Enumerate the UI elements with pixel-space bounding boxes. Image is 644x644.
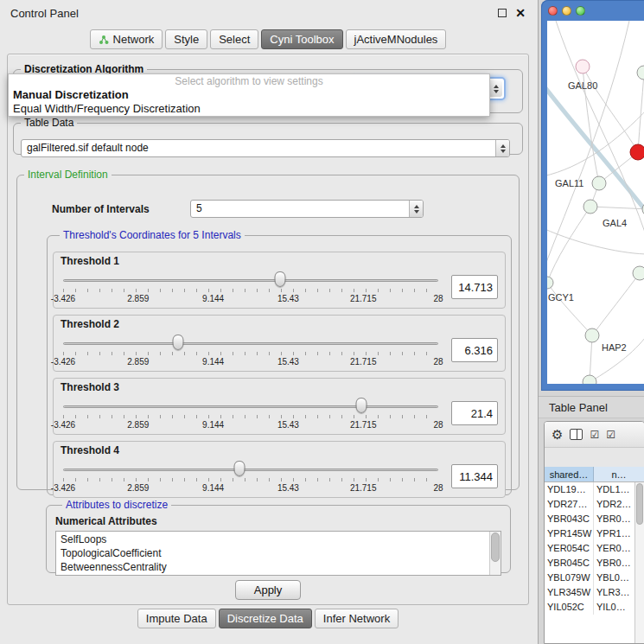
table-row[interactable]: YBR045CYBR0… <box>545 556 644 571</box>
control-panel-titlebar[interactable]: Control Panel ✕ <box>0 0 536 26</box>
network-node[interactable] <box>583 375 596 384</box>
cell-shared-name[interactable]: YIL052C <box>545 600 594 615</box>
threshold-1-slider[interactable]: -3.426 2.859 9.144 15.43 21.715 28 <box>61 269 441 307</box>
tab-infer-network[interactable]: Infer Network <box>315 609 399 628</box>
threshold-3-slider[interactable]: -3.426 2.859 9.144 15.43 21.715 28 <box>61 395 441 433</box>
threshold-4-slider-track[interactable] <box>63 469 438 471</box>
cell-shared-name[interactable]: YER054C <box>545 541 594 556</box>
threshold-1-slider-track[interactable] <box>63 279 438 282</box>
select-columns-checkbox-icon[interactable]: ☑ <box>606 430 615 440</box>
threshold-2-value-input[interactable] <box>451 338 498 362</box>
column-header-shared-name[interactable]: shared… <box>545 467 594 481</box>
tab-cyni-toolbox[interactable]: Cyni Toolbox <box>261 29 342 49</box>
threshold-2-slider[interactable]: -3.426 2.859 9.144 15.43 21.715 28 <box>61 332 441 370</box>
threshold-4-slider-thumb[interactable] <box>233 461 245 476</box>
table-data-combobox[interactable]: galFiltered.sif default node <box>21 139 510 157</box>
threshold-1-tick-labels: -3.426 2.859 9.144 15.43 21.715 28 <box>63 294 438 304</box>
network-edge[interactable] <box>547 81 644 215</box>
network-node-gal80[interactable] <box>576 60 590 73</box>
cell-shared-name[interactable]: YBL079W <box>545 571 594 585</box>
tick-label: 21.715 <box>350 483 377 493</box>
table-row[interactable]: YPR145WYPR1… <box>545 526 644 541</box>
threshold-3-slider-track[interactable] <box>63 405 438 408</box>
network-graph: GAL80 GAL11 GAL4 GCY1 HAP2 <box>547 21 644 384</box>
tab-style[interactable]: Style <box>165 29 207 49</box>
gear-icon[interactable]: ⚙ <box>552 428 563 441</box>
tab-discretize-data[interactable]: Discretize Data <box>219 609 312 628</box>
tab-impute-data[interactable]: Impute Data <box>137 609 216 628</box>
close-traffic-icon[interactable] <box>548 6 558 16</box>
tick-label: 28 <box>433 420 443 430</box>
threshold-2-slider-track[interactable] <box>63 342 438 345</box>
select-all-checkbox-icon[interactable]: ☑ <box>590 430 599 440</box>
tab-network[interactable]: Network <box>90 29 163 49</box>
network-node[interactable] <box>633 266 644 280</box>
list-item[interactable]: BetweennessCentrality <box>61 560 487 574</box>
list-item[interactable]: TopologicalCoefficient <box>61 546 487 560</box>
threshold-2-slider-thumb[interactable] <box>173 335 184 350</box>
columns-icon[interactable] <box>570 429 583 440</box>
dropdown-option-equal-width-frequency[interactable]: Equal Width/Frequency Discretization <box>9 102 489 116</box>
table-row[interactable]: YBL079WYBL0… <box>545 571 644 585</box>
attributes-scrollbar[interactable] <box>489 532 501 575</box>
cell-shared-name[interactable]: YBR045C <box>545 556 594 571</box>
network-edge[interactable] <box>547 21 629 271</box>
network-node-gal4[interactable] <box>583 200 597 214</box>
tab-network-label: Network <box>113 33 155 46</box>
table-header-row: shared… n… <box>545 467 644 482</box>
cell-shared-name[interactable]: YDL19… <box>545 482 594 497</box>
network-edge[interactable] <box>556 21 644 245</box>
close-window-icon[interactable]: ✕ <box>515 7 526 19</box>
network-view-window[interactable]: GAL80 GAL11 GAL4 GCY1 HAP2 <box>541 0 644 391</box>
combobox-stepper-icon[interactable] <box>488 80 502 97</box>
cell-shared-name[interactable]: YPR145W <box>545 526 594 541</box>
tick-label: 2.859 <box>127 420 149 430</box>
tab-jactivemnodules[interactable]: jActiveMNodules <box>346 29 447 49</box>
float-window-icon[interactable] <box>498 9 507 17</box>
attributes-list[interactable]: SelfLoops TopologicalCoefficient Between… <box>55 531 501 576</box>
table-row[interactable]: YBR043CYBR0… <box>545 512 644 526</box>
combobox-stepper-icon[interactable] <box>409 201 423 217</box>
table-row[interactable]: YDL19…YDL1… <box>545 482 644 497</box>
apply-button[interactable]: Apply <box>235 580 301 600</box>
threshold-1-value-input[interactable] <box>451 275 498 299</box>
interval-definition-group: Interval Definition Number of Intervals … <box>16 169 520 490</box>
threshold-2-tick-labels: -3.426 2.859 9.144 15.43 21.715 28 <box>63 357 438 367</box>
zoom-traffic-icon[interactable] <box>576 6 585 16</box>
network-canvas[interactable]: GAL80 GAL11 GAL4 GCY1 HAP2 <box>547 21 644 384</box>
threshold-1-section: Threshold 1 -3.426 2.859 9.144 1 <box>53 252 506 309</box>
network-edge[interactable] <box>547 283 592 335</box>
table-scrollbar[interactable] <box>634 482 644 643</box>
network-edge[interactable] <box>592 273 640 335</box>
threshold-4-value-input[interactable] <box>451 464 498 488</box>
network-node-gal11[interactable] <box>592 176 606 190</box>
network-edge[interactable] <box>638 73 644 152</box>
cell-shared-name[interactable]: YLR345W <box>545 585 594 600</box>
tick-label: -3.426 <box>51 357 75 367</box>
cell-shared-name[interactable]: YDR27… <box>545 497 594 512</box>
list-item[interactable]: SelfLoops <box>61 532 487 546</box>
cell-shared-name[interactable]: YBR043C <box>545 512 594 526</box>
number-of-intervals-combobox[interactable]: 5 <box>190 200 424 218</box>
network-node-hap2[interactable] <box>585 328 599 342</box>
table-row[interactable]: YIL052CYIL0… <box>545 600 644 615</box>
network-edge[interactable] <box>547 207 590 283</box>
network-edge[interactable] <box>547 228 644 254</box>
combobox-stepper-icon[interactable] <box>495 140 509 156</box>
table-row[interactable]: YLR345WYLR3… <box>545 585 644 600</box>
tab-select[interactable]: Select <box>210 29 258 49</box>
threshold-3-slider-thumb[interactable] <box>355 398 367 413</box>
network-node-selected[interactable] <box>630 144 644 160</box>
threshold-3-value-input[interactable] <box>451 401 498 425</box>
network-node[interactable] <box>637 66 644 80</box>
scrollbar-thumb[interactable] <box>491 532 500 562</box>
column-header-name[interactable]: n… <box>594 467 644 481</box>
table-row[interactable]: YER054CYER0… <box>545 541 644 556</box>
threshold-4-slider[interactable]: -3.426 2.859 9.144 15.43 21.715 28 <box>61 458 441 496</box>
dropdown-option-manual-discretization[interactable]: Manual Discretization <box>9 88 489 102</box>
network-node-gcy1[interactable] <box>547 277 553 289</box>
scrollbar-thumb[interactable] <box>636 483 643 525</box>
minimize-traffic-icon[interactable] <box>562 6 571 16</box>
table-row[interactable]: YDR27…YDR2… <box>545 497 644 512</box>
threshold-1-slider-thumb[interactable] <box>274 271 285 287</box>
